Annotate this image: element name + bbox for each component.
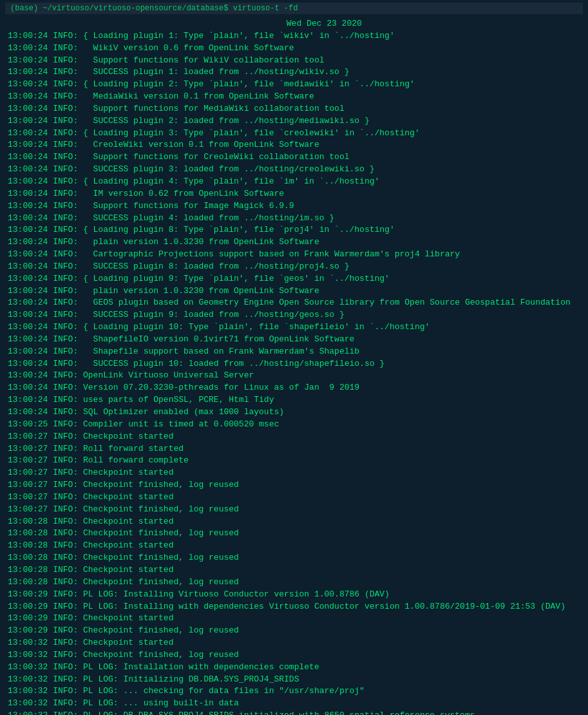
terminal-line: 13:00:32 INFO: PL LOG: DB.DBA.SYS_PROJ4_… <box>8 710 580 715</box>
terminal-line: 13:00:24 INFO: OpenLink Virtuoso Univers… <box>8 370 580 382</box>
terminal-line: 13:00:24 INFO: Support functions for Wik… <box>8 55 580 67</box>
terminal-line: 13:00:24 INFO: SUCCESS plugin 1: loaded … <box>8 66 580 79</box>
terminal-line: 13:00:28 INFO: Checkpoint finished, log … <box>8 552 580 564</box>
terminal-line: 13:00:24 INFO: { Loading plugin 4: Type … <box>8 176 580 188</box>
terminal-line: 13:00:27 INFO: Checkpoint finished, log … <box>8 479 580 491</box>
terminal-line: 13:00:24 INFO: SQL Optimizer enabled (ma… <box>8 406 580 419</box>
terminal-line: 13:00:24 INFO: Cartographic Projections … <box>8 249 580 261</box>
terminal-line: 13:00:24 INFO: Support functions for Med… <box>8 103 580 115</box>
terminal-line: 13:00:32 INFO: Checkpoint started <box>8 637 580 649</box>
terminal-line: 13:00:28 INFO: Checkpoint finished, log … <box>8 577 580 589</box>
terminal-line: 13:00:24 INFO: plain version 1.0.3230 fr… <box>8 285 580 298</box>
terminal-line: 13:00:24 INFO: GEOS plugin based on Geom… <box>8 297 580 309</box>
terminal-line: 13:00:32 INFO: PL LOG: Installation with… <box>8 662 580 674</box>
terminal-line: 13:00:25 INFO: Compiler unit is timed at… <box>8 419 580 431</box>
terminal-line: 13:00:24 INFO: { Loading plugin 3: Type … <box>8 128 580 140</box>
terminal-line: 13:00:24 INFO: Shapefile support based o… <box>8 346 580 358</box>
terminal-line: 13:00:24 INFO: SUCCESS plugin 4: loaded … <box>8 213 580 225</box>
terminal-line: 13:00:27 INFO: Checkpoint finished, log … <box>8 504 580 516</box>
terminal-line: 13:00:24 INFO: SUCCESS plugin 2: loaded … <box>8 115 580 128</box>
terminal-line: 13:00:27 INFO: Roll forward started <box>8 443 580 455</box>
terminal-line: 13:00:24 INFO: { Loading plugin 2: Type … <box>8 79 580 91</box>
terminal-line: 13:00:24 INFO: Support functions for Cre… <box>8 151 580 164</box>
terminal-line: 13:00:24 INFO: SUCCESS plugin 3: loaded … <box>8 164 580 176</box>
terminal-line: 13:00:29 INFO: PL LOG: Installing with d… <box>8 601 580 613</box>
title-text: (base) ~/virtuoso/virtuoso-opensource/da… <box>10 4 298 13</box>
terminal-line: 13:00:24 INFO: { Loading plugin 10: Type… <box>8 321 580 334</box>
terminal-line: 13:00:24 INFO: CreoleWiki version 0.1 fr… <box>8 139 580 151</box>
terminal-line: 13:00:24 INFO: SUCCESS plugin 8: loaded … <box>8 261 580 273</box>
terminal-line: 13:00:27 INFO: Roll forward complete <box>8 455 580 467</box>
terminal-line: 13:00:24 INFO: ShapefileIO version 0.1vi… <box>8 334 580 346</box>
terminal-line: 13:00:32 INFO: Checkpoint finished, log … <box>8 649 580 662</box>
terminal-line: 13:00:28 INFO: Checkpoint started <box>8 516 580 528</box>
terminal-line: 13:00:32 INFO: PL LOG: Initializing DB.D… <box>8 674 580 686</box>
terminal-line: 13:00:29 INFO: Checkpoint finished, log … <box>8 625 580 637</box>
terminal-line: 13:00:29 INFO: PL LOG: Installing Virtuo… <box>8 589 580 601</box>
terminal-line: 13:00:24 INFO: { Loading plugin 8: Type … <box>8 224 580 236</box>
terminal-line: 13:00:24 INFO: SUCCESS plugin 9: loaded … <box>8 309 580 321</box>
terminal-line: 13:00:28 INFO: Checkpoint started <box>8 540 580 552</box>
terminal-content: Wed Dec 23 202013:00:24 INFO: { Loading … <box>5 17 583 715</box>
terminal-line: 13:00:24 INFO: { Loading plugin 9: Type … <box>8 273 580 285</box>
terminal-line: 13:00:27 INFO: Checkpoint started <box>8 431 580 443</box>
terminal-line: 13:00:24 INFO: IM version 0.62 from Open… <box>8 188 580 200</box>
terminal-line: 13:00:27 INFO: Checkpoint started <box>8 467 580 479</box>
terminal-line: 13:00:24 INFO: { Loading plugin 1: Type … <box>8 30 580 43</box>
terminal-line: 13:00:24 INFO: plain version 1.0.3230 fr… <box>8 236 580 249</box>
terminal-window: (base) ~/virtuoso/virtuoso-opensource/da… <box>0 0 588 715</box>
terminal-line: 13:00:28 INFO: Checkpoint finished, log … <box>8 528 580 540</box>
terminal-line: 13:00:32 INFO: PL LOG: ... checking for … <box>8 685 580 698</box>
terminal-line: 13:00:24 INFO: WikiV version 0.6 from Op… <box>8 43 580 55</box>
terminal-line: Wed Dec 23 2020 <box>8 18 580 30</box>
terminal-line: 13:00:24 INFO: MediaWiki version 0.1 fro… <box>8 91 580 103</box>
terminal-line: 13:00:32 INFO: PL LOG: ... using built-i… <box>8 698 580 710</box>
title-bar: (base) ~/virtuoso/virtuoso-opensource/da… <box>5 3 583 14</box>
terminal-line: 13:00:29 INFO: Checkpoint started <box>8 613 580 625</box>
terminal-line: 13:00:28 INFO: Checkpoint started <box>8 564 580 577</box>
terminal-line: 13:00:24 INFO: uses parts of OpenSSL, PC… <box>8 394 580 406</box>
terminal-line: 13:00:27 INFO: Checkpoint started <box>8 491 580 504</box>
terminal-line: 13:00:24 INFO: SUCCESS plugin 10: loaded… <box>8 358 580 370</box>
terminal-line: 13:00:24 INFO: Version 07.20.3230-pthrea… <box>8 382 580 394</box>
terminal-line: 13:00:24 INFO: Support functions for Ima… <box>8 200 580 213</box>
